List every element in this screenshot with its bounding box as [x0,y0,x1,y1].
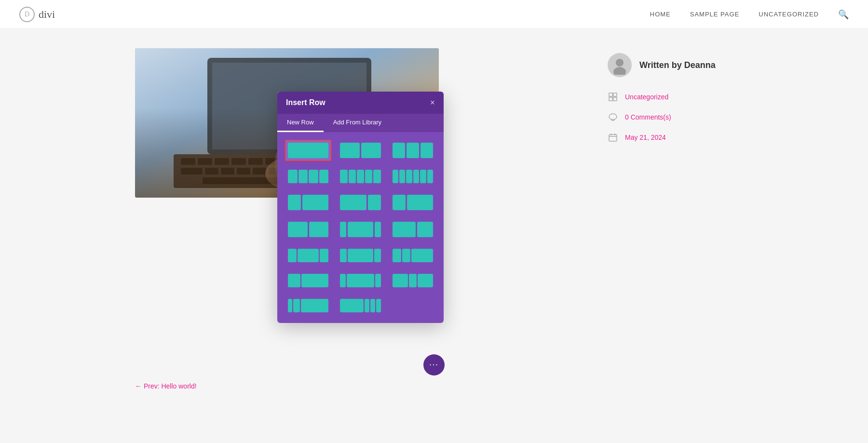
svg-rect-9 [248,158,263,165]
layout-1col[interactable] [285,140,331,161]
date-text[interactable]: May 21, 2024 [625,134,666,141]
layout-small-large[interactable] [285,219,331,240]
layout-1-large-small[interactable] [337,246,383,265]
svg-point-31 [616,59,624,67]
svg-rect-35 [609,97,612,101]
layout-bar [309,222,329,237]
layout-2col[interactable] [337,140,383,161]
svg-rect-20 [253,168,266,175]
search-icon[interactable]: 🔍 [838,9,849,20]
layout-bar [393,143,405,158]
modal-header: Insert Row × [277,92,444,114]
layout-bar [418,274,433,287]
logo[interactable]: D divi [19,7,55,22]
layout-bar [302,195,328,210]
grid-icon [608,92,618,102]
layout-bar [399,170,405,183]
layout-bar [293,299,300,312]
layout-bar [427,170,433,183]
tab-add-from-library[interactable]: Add From Library [324,114,391,132]
chat-icon [608,112,618,122]
prev-link[interactable]: ← Prev: Hello world! [135,382,197,390]
svg-rect-17 [205,168,218,175]
svg-rect-38 [609,134,617,141]
layout-row7-1[interactable] [285,296,331,315]
layout-bar [417,222,433,237]
layout-quarter-threequarter[interactable] [285,192,331,213]
layout-bar [349,170,356,183]
svg-rect-19 [237,168,250,175]
layout-bar [288,143,328,158]
layout-bar [288,195,301,210]
layout-bar [407,195,433,210]
layout-bar [406,170,412,183]
logo-text: divi [39,8,55,21]
layout-row6-3[interactable] [390,271,436,290]
layout-small-med-small[interactable] [285,246,331,265]
layout-bar [365,299,369,312]
avatar [608,53,632,77]
comments-text[interactable]: 0 Comments(s) [625,113,671,121]
layout-bar [374,249,380,262]
layout-bar [288,274,300,287]
layout-row7-2[interactable] [337,296,383,315]
layout-bar [402,249,411,262]
layout-3col[interactable] [390,140,436,161]
layout-bar [420,170,426,183]
layout-1-large-1[interactable] [337,219,383,240]
svg-rect-8 [231,158,246,165]
content-area: Insert Row × New Row Add From Library [0,29,868,217]
layout-bar [393,222,416,237]
navigation: D divi HOME SAMPLE PAGE UNCATEGORIZED 🔍 [0,0,868,29]
layout-bar [288,170,298,183]
layout-bar [373,170,380,183]
layout-bar [288,222,308,237]
svg-rect-33 [609,93,612,96]
calendar-icon [608,132,618,143]
svg-point-37 [609,114,617,120]
layout-bar [375,222,381,237]
layout-4col[interactable] [285,167,331,186]
layout-5col[interactable] [337,167,383,186]
layout-small-small-large[interactable] [390,246,436,265]
layout-bar [340,170,347,183]
nav-sample-page[interactable]: SAMPLE PAGE [690,11,740,18]
layout-bar [411,249,433,262]
nav-links: HOME SAMPLE PAGE UNCATEGORIZED 🔍 [650,9,849,20]
layout-bar [368,195,381,210]
layout-bar [413,170,419,183]
layout-threequarter-quarter[interactable] [337,192,383,213]
layout-bar [409,274,417,287]
layout-bar [393,249,401,262]
layout-6col[interactable] [390,167,436,186]
layout-bar [357,170,364,183]
tab-new-row[interactable]: New Row [277,114,324,132]
layout-row6-1[interactable] [285,271,331,290]
layout-bar [301,274,328,287]
layout-bar [376,299,381,312]
layout-2-medium[interactable] [390,219,436,240]
dots-icon: ··· [429,360,439,370]
layout-bar [347,274,374,287]
layout-bar [393,170,398,183]
layout-bar [375,274,380,287]
sidebar-category: Uncategorized [608,92,733,102]
modal-close-button[interactable]: × [430,98,435,107]
dots-button[interactable]: ··· [423,354,445,376]
layout-bar [340,195,366,210]
nav-home[interactable]: HOME [650,11,671,18]
layout-grid [277,132,444,323]
nav-uncategorized[interactable]: UNCATEGORIZED [759,11,819,18]
layout-third-twothird[interactable] [390,192,436,213]
left-column: Insert Row × New Row Add From Library [135,48,579,198]
layout-bar [348,222,373,237]
layout-bar [298,170,308,183]
svg-rect-18 [221,168,234,175]
svg-rect-36 [613,97,617,101]
layout-row6-2[interactable] [337,271,383,290]
sidebar-comments: 0 Comments(s) [608,112,733,122]
layout-bar [309,170,318,183]
svg-rect-6 [198,158,212,165]
category-text[interactable]: Uncategorized [625,93,668,101]
layout-bar [340,143,360,158]
